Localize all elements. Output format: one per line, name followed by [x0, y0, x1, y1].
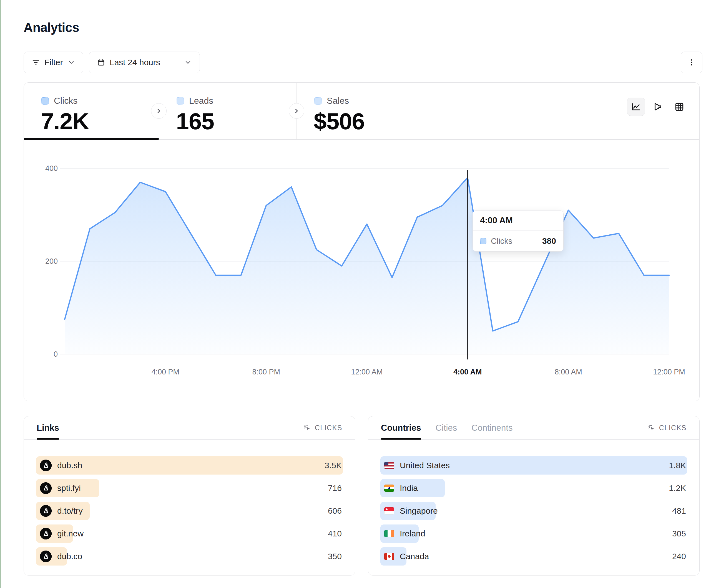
row-clicks-value: 606 [328, 502, 342, 520]
x-tick-label: 4:00 PM [135, 368, 196, 376]
stat-label: Leads [189, 96, 213, 106]
sales-series-chip [314, 97, 322, 105]
chevron-down-icon [67, 59, 75, 66]
cursor-click-icon [647, 424, 656, 432]
tab-links[interactable]: Links [37, 416, 59, 439]
line-chart-view-button[interactable] [627, 98, 645, 116]
funnel-view-button[interactable] [649, 98, 667, 116]
row-label: dub.sh [57, 461, 82, 470]
table-view-button[interactable] [670, 98, 689, 116]
filter-icon [31, 58, 40, 67]
leads-series-chip [177, 97, 184, 105]
stat-label: Clicks [54, 96, 78, 106]
line-chart-icon [631, 101, 641, 112]
cursor-click-icon [303, 424, 311, 432]
row-label: Ireland [400, 529, 425, 538]
link-row-dub.sh[interactable]: dub.sh3.5K [36, 456, 343, 475]
tooltip-time: 4:00 AM [473, 210, 563, 231]
country-row-singapore[interactable]: Singapore481 [380, 502, 687, 520]
country-row-united-states[interactable]: United States1.8K [380, 456, 687, 475]
row-clicks-value: 350 [328, 547, 342, 566]
calendar-icon [97, 58, 105, 67]
stat-value: 165 [176, 108, 214, 135]
row-label: India [400, 483, 418, 493]
geo-panel: Countries Cities Continents CLICKS Unite… [368, 416, 699, 575]
row-label: dub.co [57, 552, 82, 561]
clicks-column-label: CLICKS [659, 424, 687, 432]
dub-logo-icon [40, 482, 52, 494]
flag-ca-icon [384, 553, 394, 560]
row-label: d.to/try [57, 506, 83, 516]
tooltip-metric: Clicks [491, 236, 512, 246]
clicks-series-chip [41, 97, 49, 105]
expand-leads-button[interactable] [151, 103, 167, 119]
clicks-series-chip [480, 238, 487, 244]
x-tick-label: 12:00 AM [337, 368, 397, 376]
x-tick-label: 4:00 AM [437, 368, 498, 376]
row-clicks-value: 410 [328, 524, 342, 543]
flag-sg-icon [384, 507, 394, 515]
row-label: United States [400, 461, 450, 470]
tooltip-value: 380 [542, 236, 556, 246]
dub-logo-icon [40, 550, 52, 562]
stat-value: $506 [314, 108, 365, 135]
dub-logo-icon [40, 528, 52, 540]
clicks-column-label: CLICKS [315, 424, 342, 432]
stat-value: 7.2K [41, 108, 89, 135]
row-label: Canada [400, 552, 429, 561]
link-row-d.to/try[interactable]: d.to/try606 [36, 502, 343, 520]
dub-logo-icon [40, 505, 52, 517]
x-tick-label: 8:00 PM [236, 368, 297, 376]
row-clicks-value: 3.5K [325, 456, 342, 475]
stat-tab-leads[interactable]: Leads 165 [159, 82, 297, 139]
row-label: spti.fyi [57, 483, 81, 493]
more-options-button[interactable] [681, 51, 703, 73]
x-tick-label: 12:00 PM [639, 368, 699, 376]
date-range-label: Last 24 hours [110, 58, 160, 67]
row-clicks-value: 305 [672, 524, 686, 543]
flag-ie-icon [384, 530, 394, 537]
funnel-chart-icon [652, 101, 663, 112]
flag-us-icon [384, 462, 394, 469]
y-tick-label: 0 [24, 350, 58, 359]
tab-countries[interactable]: Countries [381, 416, 421, 439]
row-clicks-value: 481 [672, 502, 686, 520]
x-tick-label: 8:00 AM [538, 368, 599, 376]
stat-tab-clicks[interactable]: Clicks 7.2K [24, 82, 159, 139]
page-title: Analytics [24, 20, 79, 35]
country-row-canada[interactable]: Canada240 [380, 547, 687, 566]
row-clicks-value: 1.2K [669, 479, 686, 497]
active-stat-underline [24, 138, 159, 140]
dub-logo-icon [40, 459, 52, 471]
table-grid-icon [674, 101, 685, 112]
stat-label: Sales [327, 96, 349, 106]
y-tick-label: 400 [24, 164, 58, 173]
chart-tooltip: 4:00 AM Clicks 380 [473, 210, 564, 252]
chevron-down-icon [184, 59, 192, 66]
tab-continents[interactable]: Continents [471, 416, 513, 439]
kebab-menu-icon [687, 58, 696, 67]
link-row-spti.fyi[interactable]: spti.fyi716 [36, 479, 343, 497]
window-edge-accent [0, 0, 1, 588]
row-label: git.new [57, 529, 84, 538]
filter-button-label: Filter [44, 58, 63, 67]
y-tick-label: 200 [24, 257, 58, 266]
row-clicks-value: 1.8K [669, 456, 686, 475]
date-range-button[interactable]: Last 24 hours [89, 51, 200, 73]
row-label: Singapore [400, 506, 438, 516]
row-clicks-value: 240 [672, 547, 686, 566]
filter-button[interactable]: Filter [24, 51, 83, 73]
link-row-git.new[interactable]: git.new410 [36, 524, 343, 543]
country-row-ireland[interactable]: Ireland305 [380, 524, 687, 543]
stat-tab-sales[interactable]: Sales $506 [297, 82, 435, 139]
tab-cities[interactable]: Cities [436, 416, 457, 439]
expand-sales-button[interactable] [289, 103, 304, 119]
links-panel: Links CLICKS dub.sh3.5Kspti.fyi716d.to/t… [24, 416, 356, 575]
row-clicks-value: 716 [328, 479, 342, 497]
flag-in-icon [384, 484, 394, 492]
link-row-dub.co[interactable]: dub.co350 [36, 547, 343, 566]
country-row-india[interactable]: India1.2K [380, 479, 687, 497]
